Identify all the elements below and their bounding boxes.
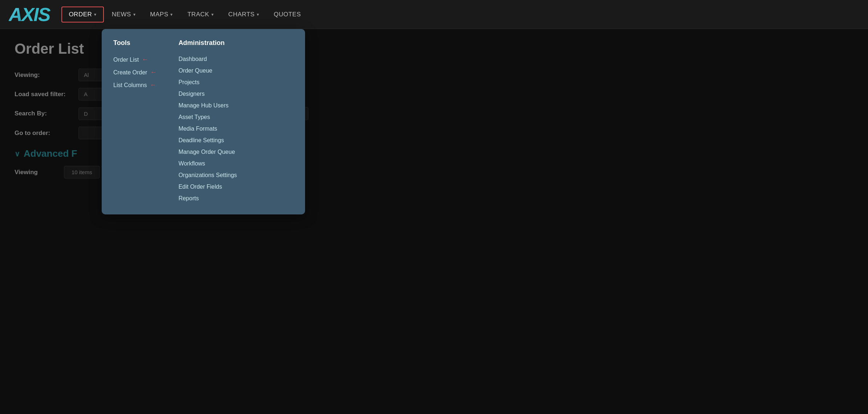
edit-order-fields-label: Edit Order Fields [178, 184, 222, 190]
nav-label-charts: CHARTS [228, 11, 255, 18]
dropdown-item-order-list[interactable]: Order List ← [113, 53, 157, 66]
projects-label: Projects [178, 79, 199, 86]
dropdown-item-reports[interactable]: Reports [178, 193, 237, 204]
nav-item-news[interactable]: NEWS ▾ [105, 7, 142, 22]
nav-item-maps[interactable]: MAPS ▾ [143, 7, 179, 22]
workflows-label: Workflows [178, 160, 205, 167]
nav-item-order[interactable]: ORDER ▾ [61, 7, 104, 22]
asset-types-label: Asset Types [178, 114, 210, 120]
arrow-right-icon: ← [142, 56, 148, 63]
dropdown-tools-heading: Tools [113, 39, 157, 47]
dropdown-item-list-columns[interactable]: List Columns ← [113, 79, 157, 91]
dropdown-item-projects[interactable]: Projects [178, 77, 237, 88]
manage-order-queue-label: Manage Order Queue [178, 149, 235, 155]
dropdown-admin-col: Administration Dashboard Order Queue Pro… [178, 39, 237, 204]
logo[interactable]: AXIS [9, 4, 50, 25]
dropdown-item-workflows[interactable]: Workflows [178, 158, 237, 169]
chevron-down-icon: ▾ [211, 12, 214, 17]
chevron-down-icon: ▾ [133, 12, 136, 17]
dropdown-item-edit-order-fields[interactable]: Edit Order Fields [178, 181, 237, 193]
nav-label-quotes: QUOTES [274, 11, 301, 18]
nav-label-news: NEWS [112, 11, 131, 18]
dashboard-label: Dashboard [178, 56, 207, 62]
nav-item-quotes[interactable]: QUOTES [267, 7, 308, 22]
reports-label: Reports [178, 195, 199, 202]
nav-label-track: TRACK [187, 11, 209, 18]
create-order-label: Create Order [113, 69, 147, 76]
dropdown-item-deadline-settings[interactable]: Deadline Settings [178, 135, 237, 146]
dropdown-item-designers[interactable]: Designers [178, 88, 237, 100]
order-queue-label: Order Queue [178, 67, 212, 74]
dropdown-admin-heading: Administration [178, 39, 237, 47]
manage-hub-users-label: Manage Hub Users [178, 102, 228, 109]
org-settings-label: Organizations Settings [178, 172, 237, 179]
chevron-down-icon: ▾ [94, 12, 97, 17]
order-dropdown-menu: Tools Order List ← Create Order ← List C… [102, 29, 305, 214]
arrow-right-icon: ← [150, 81, 156, 89]
chevron-down-icon: ▾ [257, 12, 259, 17]
deadline-settings-label: Deadline Settings [178, 137, 224, 144]
dropdown-item-manage-order-queue[interactable]: Manage Order Queue [178, 146, 237, 158]
main-nav: ORDER ▾ NEWS ▾ MAPS ▾ TRACK ▾ CHARTS ▾ Q… [61, 7, 307, 22]
nav-label-order: ORDER [69, 11, 92, 18]
header: AXIS ORDER ▾ NEWS ▾ MAPS ▾ TRACK ▾ CHART… [0, 0, 868, 29]
logo-text: AXIS [9, 4, 50, 25]
list-columns-label: List Columns [113, 82, 147, 89]
order-list-label: Order List [113, 57, 139, 63]
nav-item-track[interactable]: TRACK ▾ [181, 7, 220, 22]
dropdown-item-org-settings[interactable]: Organizations Settings [178, 169, 237, 181]
dropdown-item-order-queue[interactable]: Order Queue [178, 65, 237, 77]
dropdown-item-media-formats[interactable]: Media Formats [178, 123, 237, 135]
dropdown-item-manage-hub-users[interactable]: Manage Hub Users [178, 100, 237, 111]
dropdown-item-create-order[interactable]: Create Order ← [113, 66, 157, 79]
designers-label: Designers [178, 91, 204, 97]
nav-item-charts[interactable]: CHARTS ▾ [222, 7, 266, 22]
dropdown-tools-col: Tools Order List ← Create Order ← List C… [113, 39, 157, 204]
chevron-down-icon: ▾ [170, 12, 173, 17]
media-formats-label: Media Formats [178, 126, 217, 132]
arrow-right-icon: ← [150, 69, 157, 76]
nav-label-maps: MAPS [150, 11, 168, 18]
dropdown-item-dashboard[interactable]: Dashboard [178, 53, 237, 65]
dropdown-item-asset-types[interactable]: Asset Types [178, 111, 237, 123]
